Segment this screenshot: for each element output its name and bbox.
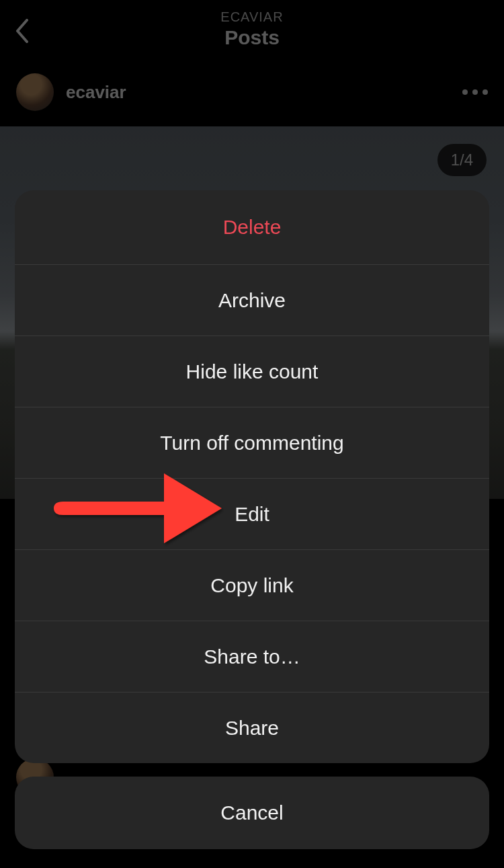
avatar[interactable] [16,73,54,111]
sheet-item-hide-like-count[interactable]: Hide like count [15,336,489,407]
page-title: Posts [224,26,280,49]
sheet-item-delete[interactable]: Delete [15,190,489,264]
cancel-button[interactable]: Cancel [15,777,489,849]
sheet-item-turn-off-commenting[interactable]: Turn off commenting [15,407,489,478]
more-icon[interactable] [462,89,488,95]
sheet-item-edit[interactable]: Edit [15,478,489,549]
sheet-item-copy-link[interactable]: Copy link [15,549,489,621]
carousel-counter: 1/4 [437,144,487,176]
sheet-item-share[interactable]: Share [15,692,489,763]
sheet-item-archive[interactable]: Archive [15,264,489,336]
action-sheet: Delete Archive Hide like count Turn off … [15,190,489,763]
post-username[interactable]: ecaviar [66,82,462,103]
action-sheet-container: Delete Archive Hide like count Turn off … [0,190,504,868]
header-username: ECAVIAR [220,9,283,25]
back-icon[interactable] [15,19,30,43]
top-bar: ECAVIAR Posts [0,0,504,58]
post-header: ecaviar [0,58,504,126]
sheet-item-share-to[interactable]: Share to… [15,621,489,692]
